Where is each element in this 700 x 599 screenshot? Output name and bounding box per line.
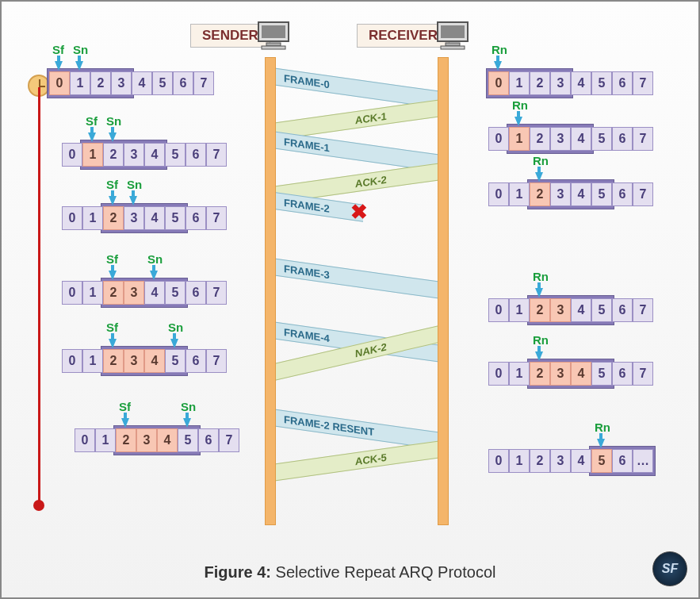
sequence-cells: 0123456… [488,449,653,473]
seq-cell: 7 [206,143,227,167]
sf-pointer-label: Sf [52,43,64,56]
sequence-cells: 01234567 [75,428,239,452]
seq-cell: 2 [530,362,550,386]
frame-message: FRAME-0 [276,68,438,109]
sequence-cells: 01234567 [488,298,653,322]
ack-message: ACK-1 [276,100,438,140]
seq-cell: 6 [186,143,206,167]
seq-cell: 1 [70,71,90,95]
receiver-window-strip: 0123456…Rn [488,449,653,473]
seq-cell: 4 [571,71,591,95]
sender-window-strip: 01234567SfSn [62,206,227,230]
arrow-down-icon [109,196,117,205]
seq-cell: 0 [488,182,509,206]
seq-cell: 4 [144,143,165,167]
seq-cell: 0 [62,281,82,305]
seq-cell: 0 [75,428,95,452]
seq-cell: 0 [49,71,70,95]
seq-cell: 6 [612,71,633,95]
receiver-window-strip: 01234567Rn [488,71,653,95]
seq-cell: 1 [82,349,103,373]
seq-cell: 1 [82,206,103,230]
sender-window-strip: 01234567SfSn [62,281,227,305]
arrow-down-icon [170,339,178,348]
seq-cell: 5 [165,281,186,305]
seq-cell: 6 [198,428,219,452]
rn-pointer-label: Rn [492,43,507,56]
svg-rect-6 [446,43,460,46]
seq-cell: 1 [82,281,103,305]
seq-cell: 7 [206,206,227,230]
sequence-cells: 01234567 [62,143,227,167]
sequence-cells: 01234567 [62,349,227,373]
sequence-cells: 01234567 [488,71,653,95]
seq-cell: 7 [193,71,214,95]
sf-logo-icon: SF [652,551,687,586]
seq-cell: 0 [62,349,82,373]
sender-lifeline [265,57,276,525]
timer-end-dot [33,500,44,511]
sequence-cells: 01234567 [488,362,653,386]
seq-cell: 2 [103,206,124,230]
arrow-down-icon [514,117,522,126]
seq-cell: 7 [633,71,653,95]
seq-cell: 1 [509,182,530,206]
rn-pointer-label: Rn [533,333,549,347]
timer-line [38,87,40,504]
seq-cell: 3 [111,71,132,95]
rn-pointer-label: Rn [512,98,528,112]
seq-cell: 4 [571,182,591,206]
seq-cell: 5 [165,349,186,373]
svg-rect-3 [262,46,285,49]
seq-cell: 1 [82,143,103,167]
sn-pointer-label: Sn [181,400,196,413]
lost-frame-x-icon: ✖ [350,200,368,225]
seq-cell: 2 [103,349,124,373]
seq-cell: 3 [136,428,157,452]
arrow-down-icon [183,418,191,428]
seq-cell: 0 [62,206,82,230]
seq-cell: 5 [591,298,612,322]
seq-cell: 1 [509,298,530,322]
arrow-down-icon [109,132,117,142]
sequence-cells: 01234567 [62,206,227,230]
seq-cell: 2 [103,281,124,305]
seq-cell: 7 [633,182,653,206]
receiver-window-strip: 01234567Rn [488,182,653,206]
sender-window-strip: 01234567SfSn [75,428,239,452]
svg-rect-2 [266,43,281,46]
seq-cell: 4 [571,449,591,473]
seq-cell: 3 [550,127,571,151]
sf-pointer-label: Sf [106,178,118,191]
figure-caption: Figure 4: Selective Repeat ARQ Protocol [2,563,698,582]
seq-cell: 4 [144,349,165,373]
seq-cell: 3 [124,349,144,373]
seq-cell: 2 [530,182,550,206]
sn-pointer-label: Sn [147,252,163,266]
rn-pointer-label: Rn [533,154,549,167]
seq-cell: 6 [186,206,206,230]
receiver-window-strip: 01234567Rn [488,362,653,386]
sender-window-strip: 01234567SfSn [49,71,214,95]
seq-cell: 4 [571,127,591,151]
seq-cell: 2 [116,428,136,452]
sender-window-strip: 01234567SfSn [62,143,227,167]
seq-cell: 7 [633,298,653,322]
seq-cell: 7 [206,349,227,373]
seq-cell: 6 [612,298,633,322]
arrow-down-icon [597,439,605,448]
seq-cell: … [633,449,653,473]
seq-cell: 6 [186,281,206,305]
rn-pointer-label: Rn [533,270,549,283]
sf-pointer-label: Sf [119,400,131,413]
seq-cell: 3 [550,298,571,322]
sequence-cells: 01234567 [488,127,653,151]
sf-pointer-label: Sf [106,321,118,334]
seq-cell: 6 [173,71,193,95]
frame-message: FRAME-1 [276,132,438,172]
seq-cell: 0 [488,362,509,386]
seq-cell: 6 [612,127,633,151]
seq-cell: 5 [591,127,612,151]
seq-cell: 5 [152,71,173,95]
frame-message: FRAME-2 RESENT [276,409,438,450]
